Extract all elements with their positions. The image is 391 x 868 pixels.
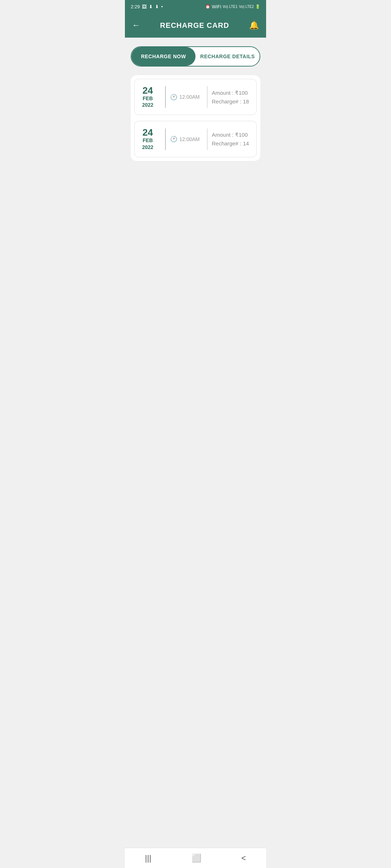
signal-lte2-icon: Vo) LTE2 [239,5,254,9]
details-section: Amount : ₹100 Recharge# : 18 [212,90,252,105]
main-content: RECHARGE NOW RECHARGE DETAILS 24 FEB 202… [125,38,266,291]
clock-icon: 🕐 [170,136,177,142]
recharge-num-text: Recharge# : 14 [212,140,252,146]
date-year: 2022 [142,144,153,150]
battery-icon: 🔋 [255,4,260,9]
vertical-divider-2 [207,128,208,150]
recharge-cards-container: 24 FEB 2022 🕐 12:00AM Amount : ₹100 Rech… [131,75,260,161]
download-icon-1: ⬇ [149,4,153,9]
signal-lte1-icon: Vo) LTE1 [223,5,237,9]
date-day: 24 [143,128,153,137]
details-section: Amount : ₹100 Recharge# : 14 [212,132,252,146]
recharge-details-button[interactable]: RECHARGE DETAILS [196,47,260,66]
status-bar-left: 2:29 🖼 ⬇ ⬇ • [131,4,163,9]
dot-indicator: • [161,4,163,9]
date-year: 2022 [142,102,153,108]
page-title: RECHARGE CARD [140,21,249,30]
recharge-item: 24 FEB 2022 🕐 12:00AM Amount : ₹100 Rech… [134,121,257,157]
alarm-icon: ⏰ [205,4,210,9]
recharge-num-text: Recharge# : 18 [212,98,252,105]
date-month: FEB [143,137,153,144]
status-bar-right: ⏰ WiFi Vo) LTE1 Vo) LTE2 🔋 [205,4,260,9]
time-text: 12:00AM [180,94,200,100]
vertical-divider-2 [207,86,208,108]
time-section: 🕐 12:00AM [170,136,203,142]
recharge-now-button[interactable]: RECHARGE NOW [131,47,196,66]
date-section: 24 FEB 2022 [139,86,161,108]
time-section: 🕐 12:00AM [170,94,203,101]
status-bar: 2:29 🖼 ⬇ ⬇ • ⏰ WiFi Vo) LTE1 Vo) LTE2 🔋 [125,0,266,13]
date-section: 24 FEB 2022 [139,128,161,150]
date-month: FEB [143,95,153,102]
back-button[interactable]: ← [132,21,140,30]
amount-text: Amount : ₹100 [212,132,252,138]
date-day: 24 [143,86,153,95]
notification-icon[interactable]: 🔔 [249,21,259,30]
gallery-icon: 🖼 [142,4,147,9]
status-time: 2:29 [131,4,140,9]
toggle-container: RECHARGE NOW RECHARGE DETAILS [131,46,260,67]
time-text: 12:00AM [180,136,200,142]
clock-icon: 🕐 [170,94,177,101]
vertical-divider [165,128,166,150]
wifi-icon: WiFi [212,4,221,9]
app-header: ← RECHARGE CARD 🔔 [125,13,266,38]
recharge-item: 24 FEB 2022 🕐 12:00AM Amount : ₹100 Rech… [134,79,257,115]
vertical-divider [165,86,166,108]
download-icon-2: ⬇ [155,4,159,9]
amount-text: Amount : ₹100 [212,90,252,96]
